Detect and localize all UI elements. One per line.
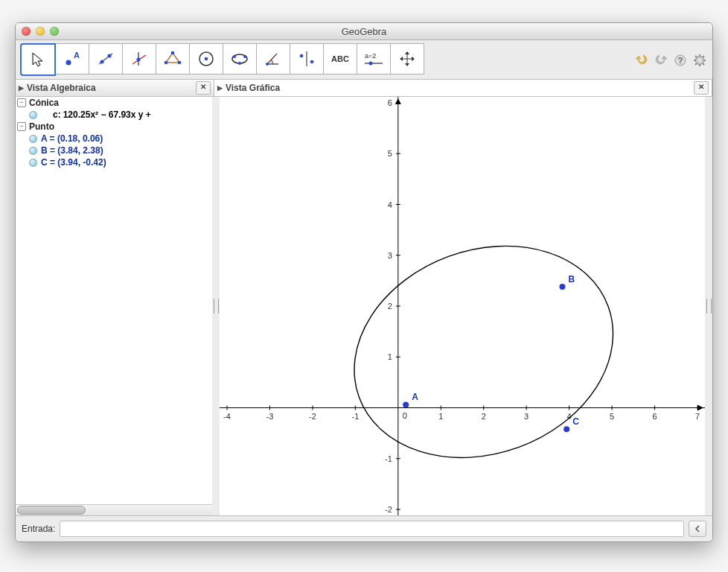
visibility-toggle[interactable] bbox=[29, 111, 37, 119]
x-tick-label: -1 bbox=[351, 412, 359, 421]
grip-icon bbox=[706, 299, 712, 314]
graphics-panel-title: Vista Gráfica bbox=[226, 83, 280, 93]
panel-splitter[interactable] bbox=[212, 97, 220, 515]
svg-line-2 bbox=[99, 54, 112, 64]
visibility-toggle[interactable] bbox=[29, 159, 37, 167]
algebra-object[interactable]: B = (3.84, 2.38) bbox=[16, 144, 212, 156]
circle-icon bbox=[197, 49, 216, 69]
redo-icon bbox=[654, 53, 668, 65]
graphics-close-button[interactable]: ✕ bbox=[694, 81, 709, 95]
svg-line-37 bbox=[703, 56, 704, 57]
y-tick-label: -1 bbox=[385, 454, 392, 463]
svg-point-11 bbox=[165, 61, 168, 65]
graphics-panel-header[interactable]: ▶ Vista Gráfica ✕ bbox=[214, 80, 712, 96]
right-panel-toggle[interactable] bbox=[705, 97, 712, 515]
move-tool[interactable] bbox=[20, 43, 56, 76]
svg-point-30 bbox=[698, 59, 701, 62]
tool-group: A ABC bbox=[20, 43, 424, 76]
algebra-panel-header[interactable]: ▶ Vista Algebraica ✕ bbox=[16, 80, 214, 96]
line-icon bbox=[96, 49, 115, 69]
command-input[interactable] bbox=[60, 521, 684, 537]
text-tool[interactable]: ABC bbox=[323, 43, 357, 74]
perpendicular-icon bbox=[130, 49, 149, 69]
settings-button[interactable] bbox=[692, 53, 708, 68]
text-tool-label: ABC bbox=[331, 54, 349, 63]
algebra-view[interactable]: − Cónica c: 120.25x² − 67.93x y + − Punt… bbox=[16, 97, 213, 504]
y-tick-label: 3 bbox=[388, 251, 392, 260]
conic-ellipse[interactable] bbox=[325, 211, 643, 492]
algebra-category[interactable]: − Punto bbox=[16, 121, 212, 133]
help-icon: ? bbox=[674, 54, 686, 66]
algebra-object[interactable]: c: 120.25x² − 67.93x y + bbox=[16, 109, 212, 121]
algebra-h-scrollbar[interactable] bbox=[16, 504, 212, 515]
y-tick-label: -2 bbox=[385, 505, 392, 514]
window-title: GeoGebra bbox=[16, 26, 712, 37]
svg-point-16 bbox=[243, 55, 246, 58]
point-tool[interactable]: A bbox=[55, 43, 89, 74]
algebra-column: − Cónica c: 120.25x² − 67.93x y + − Punt… bbox=[16, 97, 212, 515]
reflect-tool[interactable] bbox=[290, 43, 324, 74]
move-view-tool[interactable] bbox=[390, 43, 424, 74]
line-tool[interactable] bbox=[89, 43, 123, 74]
undo-button[interactable] bbox=[633, 51, 650, 66]
collapse-icon[interactable]: − bbox=[17, 122, 26, 131]
x-tick-label: -4 bbox=[223, 412, 231, 421]
y-tick-label: 4 bbox=[388, 200, 392, 209]
point-B[interactable] bbox=[559, 284, 565, 290]
y-tick-label: 6 bbox=[388, 98, 392, 107]
graphics-view[interactable]: -4-3-2-11234567-2-11234560ABC bbox=[220, 97, 705, 515]
angle-tool[interactable] bbox=[256, 43, 290, 74]
redo-button[interactable] bbox=[653, 51, 669, 66]
point-C[interactable] bbox=[563, 426, 569, 432]
x-tick-label: 2 bbox=[482, 412, 486, 421]
x-tick-label: 5 bbox=[610, 412, 614, 421]
origin-label: 0 bbox=[403, 411, 407, 420]
perpendicular-tool[interactable] bbox=[122, 43, 156, 74]
svg-point-9 bbox=[171, 51, 175, 55]
close-window-button[interactable] bbox=[22, 27, 31, 36]
polygon-icon bbox=[163, 49, 182, 69]
input-bar: Entrada: bbox=[16, 515, 712, 541]
algebra-category[interactable]: − Cónica bbox=[16, 97, 212, 109]
undo-icon bbox=[635, 53, 648, 65]
gear-icon bbox=[694, 54, 706, 66]
input-history-button[interactable] bbox=[689, 521, 706, 537]
circle-tool[interactable] bbox=[189, 43, 223, 74]
zoom-window-button[interactable] bbox=[50, 27, 59, 36]
visibility-toggle[interactable] bbox=[29, 147, 37, 155]
visibility-toggle[interactable] bbox=[29, 135, 37, 143]
x-tick-label: 3 bbox=[524, 412, 529, 421]
svg-point-20 bbox=[300, 54, 304, 58]
svg-point-24 bbox=[369, 62, 373, 66]
chevron-left-icon bbox=[693, 524, 702, 533]
svg-point-3 bbox=[100, 60, 104, 64]
svg-point-13 bbox=[205, 57, 208, 61]
object-text: A = (0.18, 0.06) bbox=[41, 133, 103, 144]
algebra-object[interactable]: A = (0.18, 0.06) bbox=[16, 133, 212, 144]
algebra-close-button[interactable]: ✕ bbox=[196, 81, 211, 95]
x-tick-label: -3 bbox=[266, 412, 274, 421]
minimize-window-button[interactable] bbox=[36, 27, 45, 36]
conic-tool[interactable] bbox=[223, 43, 257, 74]
help-button[interactable]: ? bbox=[672, 53, 689, 68]
algebra-object[interactable]: C = (3.94, -0.42) bbox=[16, 156, 212, 168]
chart-canvas[interactable]: -4-3-2-11234567-2-11234560ABC bbox=[220, 97, 705, 515]
titlebar: GeoGebra bbox=[16, 23, 712, 40]
svg-line-35 bbox=[695, 56, 697, 57]
category-label: Punto bbox=[29, 121, 54, 132]
panel-header-bar: ▶ Vista Algebraica ✕ ▶ Vista Gráfica ✕ bbox=[16, 80, 712, 97]
scroll-thumb[interactable] bbox=[17, 506, 86, 515]
move-arrows-icon bbox=[397, 49, 417, 69]
y-tick-label: 5 bbox=[388, 149, 392, 158]
svg-point-7 bbox=[137, 58, 141, 62]
collapse-icon[interactable]: − bbox=[17, 98, 26, 107]
polygon-tool[interactable] bbox=[156, 43, 190, 74]
toolbar: A ABC bbox=[16, 40, 712, 80]
arrow-icon bbox=[697, 405, 703, 411]
y-tick-label: 2 bbox=[388, 302, 392, 311]
svg-point-4 bbox=[108, 54, 112, 58]
svg-point-0 bbox=[66, 60, 71, 66]
point-A[interactable] bbox=[403, 401, 409, 407]
slider-tool[interactable]: a=2 bbox=[357, 43, 391, 74]
point-label-A: A bbox=[412, 392, 418, 402]
